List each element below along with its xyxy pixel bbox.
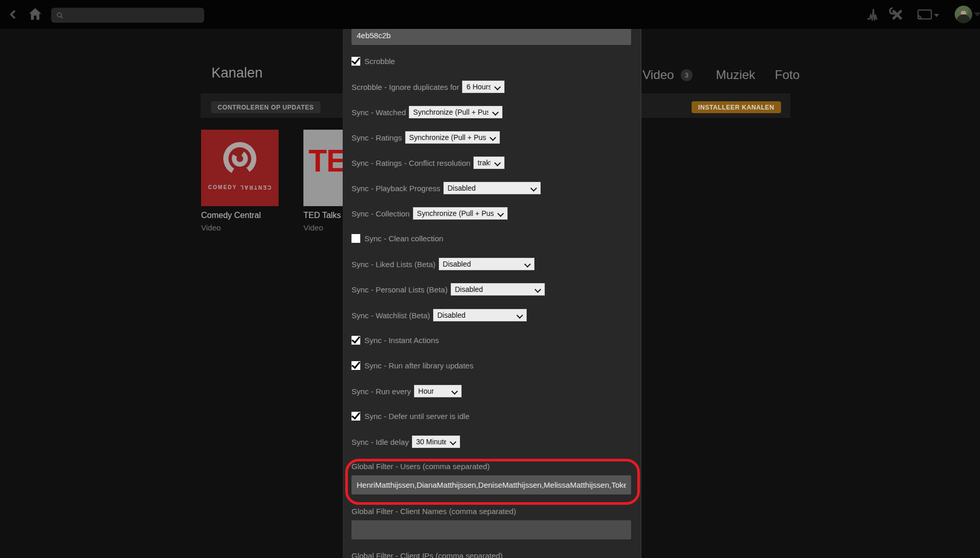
personal-lists-field: Sync - Personal Lists (Beta)Disabled bbox=[351, 283, 545, 296]
run-after-updates-field: Sync - Run after library updates bbox=[351, 361, 473, 370]
install-channels-button[interactable]: INSTALLEER KANALEN bbox=[692, 101, 781, 113]
tab-label: Video bbox=[642, 68, 674, 82]
check-updates-button[interactable]: CONTROLEREN OP UPDATES bbox=[211, 101, 320, 113]
cast-icon bbox=[917, 8, 932, 21]
personal-lists-selected-value: Disabled bbox=[455, 285, 483, 293]
comedy-central-tile: COMEDY CENTRAL bbox=[201, 130, 279, 206]
defer-idle-label: Sync - Defer until server is idle bbox=[364, 412, 469, 421]
instant-actions-label: Sync - Instant Actions bbox=[364, 336, 439, 345]
user-menu-caret-icon bbox=[974, 12, 980, 17]
filter-client-names-input[interactable] bbox=[351, 520, 631, 539]
sync-ratings-select[interactable]: Synchronize (Pull + Push) bbox=[405, 131, 500, 144]
top-bar bbox=[0, 0, 980, 29]
ignore-duplicates-field: Scrobble - Ignore duplicates for6 Hours bbox=[351, 81, 504, 93]
activity-button[interactable] bbox=[865, 7, 880, 22]
clean-collection-label: Sync - Clean collection bbox=[364, 234, 443, 243]
run-after-updates-checkbox[interactable] bbox=[351, 361, 360, 370]
tab-video-badge: 3 bbox=[681, 69, 693, 81]
cast-button[interactable] bbox=[915, 7, 940, 22]
conflict-resolution-select[interactable]: trakt bbox=[473, 157, 504, 169]
defer-idle-field: Sync - Defer until server is idle bbox=[351, 412, 469, 421]
conflict-resolution-field: Sync - Ratings - Conflict resolutiontrak… bbox=[351, 157, 504, 169]
sync-collection-select[interactable]: Synchronize (Pull + Push) bbox=[413, 207, 508, 220]
filter-users-input[interactable] bbox=[351, 475, 631, 494]
sync-watched-label: Sync - Watched bbox=[351, 108, 406, 117]
idle-delay-field: Sync - Idle delay30 Minutes bbox=[351, 436, 460, 448]
run-every-label: Sync - Run every bbox=[351, 387, 411, 396]
instant-actions-field: Sync - Instant Actions bbox=[351, 336, 439, 345]
cast-caret-icon bbox=[934, 14, 939, 17]
idle-delay-label: Sync - Idle delay bbox=[351, 438, 409, 446]
cc-word2: CENTRAL bbox=[239, 184, 271, 190]
trakt-settings-dialog: Authentication PIN (visit https://trakt.… bbox=[343, 0, 641, 558]
sync-ratings-selected-value: Synchronize (Pull + Push) bbox=[409, 133, 486, 142]
tools-icon bbox=[889, 7, 905, 22]
tab-label: Muziek bbox=[716, 68, 755, 82]
tab-foto[interactable]: Foto bbox=[775, 68, 800, 82]
scrobble-checkbox[interactable] bbox=[351, 57, 360, 66]
sync-watched-selected-value: Synchronize (Pull + Push) bbox=[413, 108, 488, 116]
sync-collection-selected-value: Synchronize (Pull + Push) bbox=[417, 209, 494, 218]
liked-lists-selected-value: Disabled bbox=[443, 260, 471, 268]
idle-delay-select[interactable]: 30 Minutes bbox=[412, 436, 460, 448]
sync-watched-select[interactable]: Synchronize (Pull + Push) bbox=[409, 106, 502, 118]
filter-client-ips-label: Global Filter - Client IPs (comma separa… bbox=[351, 551, 503, 558]
conflict-resolution-label: Sync - Ratings - Conflict resolution bbox=[351, 159, 470, 167]
search-input[interactable] bbox=[66, 11, 195, 19]
tab-video[interactable]: Video3 bbox=[642, 68, 693, 82]
page-title: Kanalen bbox=[211, 65, 263, 81]
run-every-select[interactable]: Hour bbox=[414, 385, 462, 397]
ignore-duplicates-select[interactable]: 6 Hours bbox=[462, 81, 504, 93]
sync-collection-label: Sync - Collection bbox=[351, 209, 410, 218]
personal-lists-select[interactable]: Disabled bbox=[451, 283, 545, 296]
channel-subtitle: Video bbox=[201, 223, 279, 232]
liked-lists-label: Sync - Liked Lists (Beta) bbox=[351, 260, 436, 269]
search-icon bbox=[56, 11, 64, 20]
user-avatar[interactable] bbox=[955, 6, 972, 23]
back-arrow-icon bbox=[8, 9, 19, 20]
filter-users-label: Global Filter - Users (comma separated) bbox=[351, 462, 490, 471]
ignore-duplicates-selected-value: 6 Hours bbox=[466, 83, 491, 91]
activity-pulse-icon bbox=[866, 8, 879, 21]
home-icon bbox=[27, 6, 43, 22]
run-every-field: Sync - Run everyHour bbox=[351, 385, 462, 397]
sync-ratings-label: Sync - Ratings bbox=[351, 133, 402, 142]
filter-client-names-label: Global Filter - Client Names (comma sepa… bbox=[351, 507, 516, 516]
run-after-updates-label: Sync - Run after library updates bbox=[364, 361, 473, 370]
channel-card-comedy-central[interactable]: COMEDY CENTRAL Comedy Central Video bbox=[201, 130, 279, 232]
sync-collection-field: Sync - CollectionSynchronize (Pull + Pus… bbox=[351, 207, 508, 220]
channel-title: Comedy Central bbox=[201, 211, 279, 220]
section-tabs: Video3MuziekFoto bbox=[642, 67, 800, 83]
scrobble-label: Scrobble bbox=[364, 57, 395, 66]
clean-collection-field: Sync - Clean collection bbox=[351, 234, 443, 243]
sync-ratings-field: Sync - RatingsSynchronize (Pull + Push) bbox=[351, 131, 500, 144]
comedy-central-logo-icon bbox=[201, 133, 279, 184]
run-every-selected-value: Hour bbox=[418, 387, 434, 395]
sync-playback-progress-select[interactable]: Disabled bbox=[443, 182, 541, 194]
sync-playback-progress-field: Sync - Playback ProgressDisabled bbox=[351, 182, 541, 194]
watchlist-label: Sync - Watchlist (Beta) bbox=[351, 311, 430, 320]
personal-lists-label: Sync - Personal Lists (Beta) bbox=[351, 285, 448, 294]
watchlist-select[interactable]: Disabled bbox=[433, 309, 527, 321]
conflict-resolution-selected-value: trakt bbox=[478, 159, 491, 167]
back-button[interactable] bbox=[6, 7, 21, 22]
ignore-duplicates-label: Scrobble - Ignore duplicates for bbox=[351, 83, 459, 91]
home-button[interactable] bbox=[27, 6, 43, 22]
clean-collection-checkbox[interactable] bbox=[351, 234, 360, 243]
liked-lists-select[interactable]: Disabled bbox=[439, 258, 534, 270]
settings-button[interactable] bbox=[889, 6, 905, 23]
sync-playback-progress-label: Sync - Playback Progress bbox=[351, 184, 440, 193]
instant-actions-checkbox[interactable] bbox=[351, 336, 360, 345]
idle-delay-selected-value: 30 Minutes bbox=[416, 438, 446, 446]
cc-word1: COMEDY bbox=[208, 184, 237, 190]
comedy-central-wordmark: COMEDY CENTRAL bbox=[201, 184, 279, 190]
watchlist-selected-value: Disabled bbox=[437, 311, 465, 319]
liked-lists-field: Sync - Liked Lists (Beta)Disabled bbox=[351, 258, 534, 270]
tab-label: Foto bbox=[775, 68, 800, 82]
defer-idle-checkbox[interactable] bbox=[351, 412, 360, 421]
app-screen: Kanalen Video3MuziekFoto CONTROLEREN OP … bbox=[0, 0, 980, 558]
sync-watched-field: Sync - WatchedSynchronize (Pull + Push) bbox=[351, 106, 502, 118]
sync-playback-progress-selected-value: Disabled bbox=[448, 184, 476, 192]
tab-muziek[interactable]: Muziek bbox=[716, 68, 755, 82]
scrobble-field: Scrobble bbox=[351, 57, 395, 66]
